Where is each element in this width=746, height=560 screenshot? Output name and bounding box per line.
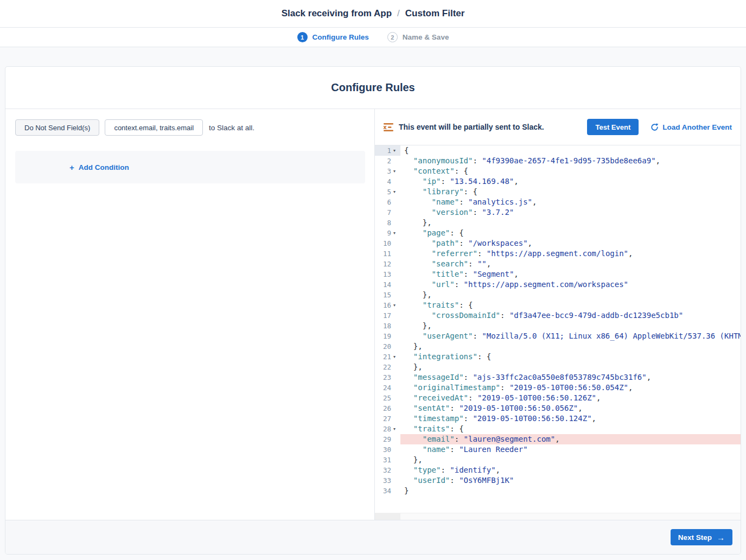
rule-action-selector[interactable]: Do Not Send Field(s) — [15, 119, 99, 136]
code-line-content: }, — [400, 290, 741, 300]
fold-arrow-icon[interactable]: ▾ — [393, 424, 400, 434]
code-line-content: "receivedAt": "2019-05-10T00:56:50.126Z"… — [400, 393, 741, 403]
code-line-content: "anonymousId": "4f9390ae-2657-4fe1-9d95-… — [400, 156, 741, 166]
step-name-and-save[interactable]: 2 Name & Save — [387, 32, 449, 42]
code-line-content: { — [400, 145, 741, 156]
breadcrumb: Slack receiving from App / Custom Filter — [282, 8, 465, 19]
code-line: 16▾ "traits": { — [375, 300, 741, 310]
event-preview-panel: x This event will be partially sent to S… — [375, 109, 741, 520]
line-number: 21 — [375, 352, 393, 362]
code-line: 26 "sentAt": "2019-05-10T00:56:50.056Z", — [375, 403, 741, 413]
refresh-icon — [651, 123, 659, 131]
step-2-circle: 2 — [387, 32, 398, 42]
code-line-content: } — [400, 486, 741, 496]
line-number-gutter: 5▾ — [375, 187, 400, 197]
fold-arrow-icon[interactable]: ▾ — [393, 228, 400, 238]
fold-arrow-icon[interactable]: ▾ — [393, 187, 400, 197]
code-line: 17 "crossDomainId": "df3a47ee-bcc9-479d-… — [375, 310, 741, 321]
code-line: 23 "messageId": "ajs-33ffc2ac0a550e8f053… — [375, 372, 741, 383]
line-number-gutter: 25 — [375, 393, 400, 403]
line-number-gutter: 19 — [375, 331, 400, 341]
code-line-content: }, — [400, 341, 741, 352]
code-line: 22 }, — [375, 362, 741, 372]
code-line: 25 "receivedAt": "2019-05-10T00:56:50.12… — [375, 393, 741, 403]
line-number: 12 — [375, 259, 393, 269]
next-step-button[interactable]: Next Step → — [671, 529, 732, 545]
fold-arrow-icon[interactable]: ▾ — [393, 166, 400, 176]
code-line: 20 }, — [375, 341, 741, 352]
code-line: 34} — [375, 486, 741, 496]
rule-suffix-text: to Slack at all. — [209, 124, 254, 132]
load-another-event-button[interactable]: Load Another Event — [651, 123, 732, 131]
breadcrumb-current-page: Custom Filter — [405, 8, 465, 19]
code-line: 28▾ "traits": { — [375, 424, 741, 434]
step-configure-rules[interactable]: 1 Configure Rules — [297, 32, 369, 42]
add-condition-box: + Add Condition — [15, 151, 365, 183]
line-number: 23 — [375, 372, 393, 383]
code-line: 10 "path": "/workspaces", — [375, 238, 741, 249]
line-number-gutter: 27 — [375, 413, 400, 424]
line-number: 18 — [375, 321, 393, 331]
line-number-gutter: 7 — [375, 207, 400, 218]
line-number: 11 — [375, 249, 393, 259]
line-number: 27 — [375, 413, 393, 424]
rule-fields-selector[interactable]: context.email, traits.email — [105, 119, 203, 136]
code-line-content: "name": "Lauren Reeder" — [400, 444, 741, 455]
line-number: 17 — [375, 310, 393, 321]
code-line-content: }, — [400, 455, 741, 465]
fold-arrow-icon[interactable]: ▾ — [393, 300, 400, 310]
line-number: 10 — [375, 238, 393, 249]
filter-x-icon: x — [384, 123, 393, 131]
code-line-content: "context": { — [400, 166, 741, 176]
json-event-editor[interactable]: 1▾{2 "anonymousId": "4f9390ae-2657-4fe1-… — [375, 145, 741, 520]
fold-arrow-icon[interactable]: ▾ — [393, 145, 400, 156]
line-number: 4 — [375, 176, 393, 187]
arrow-right-icon: → — [717, 533, 725, 542]
code-line-content: }, — [400, 218, 741, 228]
line-number-gutter: 14 — [375, 279, 400, 290]
code-line-content: "url": "https://app.segment.com/workspac… — [400, 279, 741, 290]
line-number-gutter: 1▾ — [375, 145, 400, 156]
rule-builder-panel: Do Not Send Field(s) context.email, trai… — [5, 109, 375, 520]
code-line-content: }, — [400, 362, 741, 372]
code-line: 4 "ip": "13.54.169.48", — [375, 176, 741, 187]
line-number: 29 — [375, 434, 393, 444]
code-line-content: }, — [400, 321, 741, 331]
next-step-label: Next Step — [678, 533, 712, 542]
code-line: 2 "anonymousId": "4f9390ae-2657-4fe1-9d9… — [375, 156, 741, 166]
code-line-content: "library": { — [400, 187, 741, 197]
add-condition-button[interactable]: + Add Condition — [69, 163, 129, 171]
step-2-label: Name & Save — [403, 33, 449, 41]
code-line: 12 "search": "", — [375, 259, 741, 269]
fold-arrow-icon[interactable]: ▾ — [393, 352, 400, 362]
line-number-gutter: 30 — [375, 444, 400, 455]
line-number: 20 — [375, 341, 393, 352]
line-number: 16 — [375, 300, 393, 310]
code-line: 11 "referrer": "https://app.segment.com/… — [375, 249, 741, 259]
code-line: 30 "name": "Lauren Reeder" — [375, 444, 741, 455]
line-number: 2 — [375, 156, 393, 166]
line-number-gutter: 3▾ — [375, 166, 400, 176]
line-number: 15 — [375, 290, 393, 300]
code-line-content: "messageId": "ajs-33ffc2ac0a550e8f053789… — [400, 372, 741, 383]
configure-rules-card: Configure Rules Do Not Send Field(s) con… — [5, 66, 741, 555]
editor-horizontal-scrollbar[interactable] — [375, 513, 741, 520]
scrollbar-gutter-filler — [375, 513, 400, 520]
line-number: 22 — [375, 362, 393, 372]
line-number-gutter: 31 — [375, 455, 400, 465]
line-number-gutter: 4 — [375, 176, 400, 187]
code-line: 9▾ "page": { — [375, 228, 741, 238]
line-number-gutter: 23 — [375, 372, 400, 383]
test-event-button[interactable]: Test Event — [587, 119, 639, 135]
line-number-gutter: 21▾ — [375, 352, 400, 362]
code-line-content: "sentAt": "2019-05-10T00:56:50.056Z", — [400, 403, 741, 413]
step-1-label: Configure Rules — [313, 33, 369, 41]
top-header-bar: Slack receiving from App / Custom Filter — [0, 0, 746, 28]
code-line: 15 }, — [375, 290, 741, 300]
breadcrumb-destination[interactable]: Slack receiving from App — [282, 8, 392, 19]
code-line: 19 "userAgent": "Mozilla/5.0 (X11; Linux… — [375, 331, 741, 341]
card-title-row: Configure Rules — [5, 67, 741, 109]
code-line: 5▾ "library": { — [375, 187, 741, 197]
line-number-gutter: 32 — [375, 465, 400, 475]
line-number: 6 — [375, 197, 393, 207]
